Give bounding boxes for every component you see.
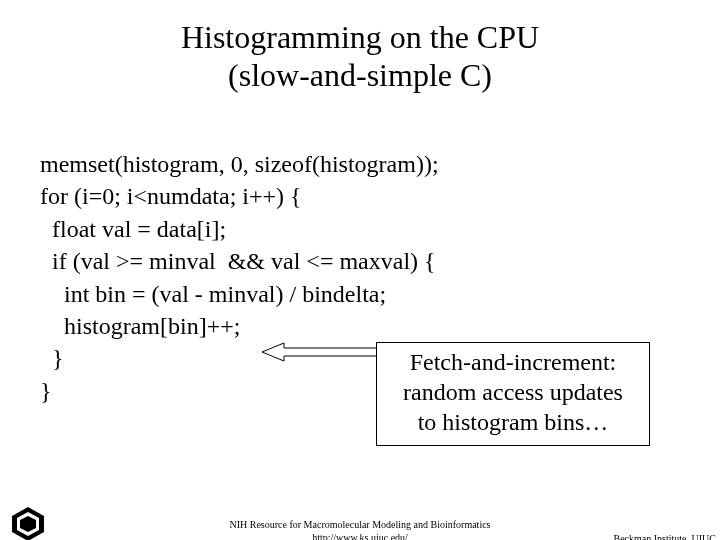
callout: Fetch-and-increment: random access updat…: [376, 342, 650, 446]
code-line-2: for (i=0; i<numdata; i++) {: [40, 183, 302, 209]
code-line-6: histogram[bin]++;: [40, 313, 240, 339]
title-line-2: (slow-and-simple C): [0, 56, 720, 94]
callout-arrow-icon: [262, 340, 392, 370]
footer-center: NIH Resource for Macromolecular Modeling…: [0, 519, 720, 540]
code-line-3: float val = data[i];: [40, 216, 226, 242]
svg-marker-0: [262, 343, 382, 361]
code-line-4: if (val >= minval && val <= maxval) {: [40, 248, 436, 274]
footer: NIH Resource for Macromolecular Modeling…: [0, 519, 720, 540]
callout-line-3: to histogram bins…: [387, 407, 639, 437]
slide-title: Histogramming on the CPU (slow-and-simpl…: [0, 18, 720, 95]
title-line-1: Histogramming on the CPU: [0, 18, 720, 56]
code-line-7: }: [40, 345, 64, 371]
footer-right: Beckman Institute, UIUC: [614, 533, 716, 540]
footer-center-line-1: NIH Resource for Macromolecular Modeling…: [0, 519, 720, 532]
callout-line-1: Fetch-and-increment:: [387, 347, 639, 377]
code-line-8: }: [40, 378, 52, 404]
footer-center-line-2: http://www.ks.uiuc.edu/: [0, 532, 720, 541]
callout-line-2: random access updates: [387, 377, 639, 407]
slide: { "title": { "line1": "Histogramming on …: [0, 18, 720, 540]
callout-box: Fetch-and-increment: random access updat…: [376, 342, 650, 446]
code-line-1: memset(histogram, 0, sizeof(histogram));: [40, 151, 439, 177]
code-line-5: int bin = (val - minval) / bindelta;: [40, 281, 386, 307]
